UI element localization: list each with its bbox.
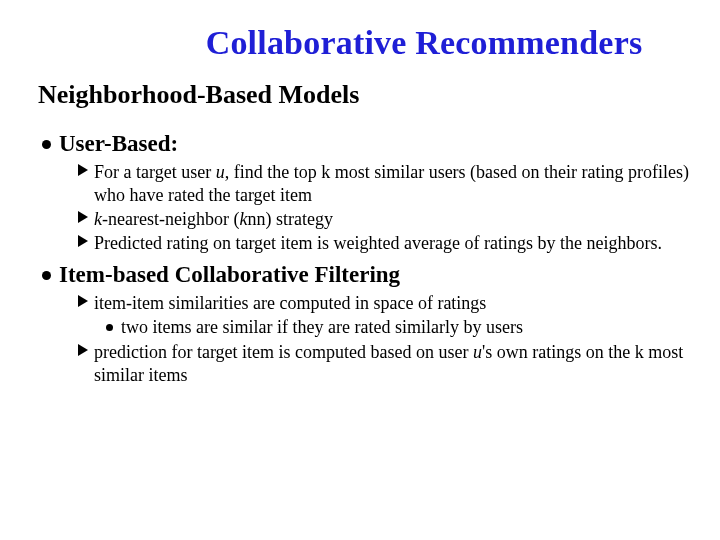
sub-bullet: item-item similarities are computed in s… [78,292,690,315]
svg-marker-2 [78,235,88,247]
slide-subtitle: Neighborhood-Based Models [38,80,690,110]
sub-bullet: prediction for target item is computed b… [78,341,690,387]
heading-item-based: Item-based Collaborative Filtering [59,261,400,290]
svg-marker-1 [78,211,88,223]
sublist-user-based: For a target user u, find the top k most… [78,161,690,255]
subsub-bullet-text: two items are similar if they are rated … [121,316,523,339]
heading-user-based: User-Based: [59,130,178,159]
sub-bullet-text: For a target user u, find the top k most… [94,161,690,207]
sub-bullet: Predicted rating on target item is weigh… [78,232,690,255]
arrow-icon [78,235,88,247]
sub-bullet-text: prediction for target item is computed b… [94,341,690,387]
arrow-icon [78,211,88,223]
sub-bullet: k-nearest-neighbor (knn) strategy [78,208,690,231]
sub-bullet-text: item-item similarities are computed in s… [94,292,486,315]
bullet-item-based: Item-based Collaborative Filtering [42,261,690,290]
bullet-user-based: User-Based: [42,130,690,159]
sub-bullet: For a target user u, find the top k most… [78,161,690,207]
arrow-icon [78,295,88,307]
svg-marker-4 [78,344,88,356]
bullet-dot-icon [106,324,113,331]
svg-marker-0 [78,164,88,176]
svg-marker-3 [78,295,88,307]
slide-title: Collaborative Recommenders [158,24,690,62]
sub-bullet-text: k-nearest-neighbor (knn) strategy [94,208,333,231]
bullet-dot-icon [42,271,51,280]
sublist-item-based: item-item similarities are computed in s… [78,292,690,387]
subsub-bullet: two items are similar if they are rated … [106,316,690,339]
bullet-dot-icon [42,140,51,149]
sub-bullet-text: Predicted rating on target item is weigh… [94,232,662,255]
arrow-icon [78,344,88,356]
arrow-icon [78,164,88,176]
